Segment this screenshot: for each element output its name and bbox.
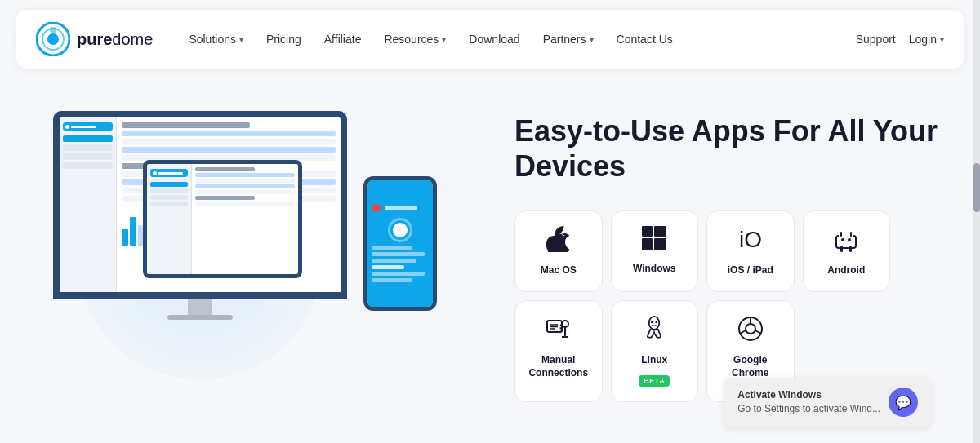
tablet-device [143,160,302,278]
phone-device [363,176,437,311]
svg-point-29 [651,321,653,324]
nav-item-contact[interactable]: Contact Us [607,26,683,52]
app-card-linux[interactable]: Linux BETA [611,300,699,402]
chevron-down-icon: ▾ [590,35,594,44]
svg-rect-6 [654,226,666,237]
navbar: puredome Solutions ▾ Pricing Affiliate R… [16,10,964,69]
svg-point-19 [848,238,851,241]
device-container [37,111,461,405]
phone-screen-inner [368,180,433,307]
phone-connect-circle [388,218,412,242]
svg-line-35 [740,330,746,334]
apps-grid: Mac OS Windows iOS [514,210,890,402]
tablet-screen [143,160,302,278]
scrollbar[interactable] [973,0,980,437]
nav-item-solutions[interactable]: Solutions ▾ [179,26,253,52]
app-name-android: Android [827,264,865,277]
app-card-macos[interactable]: Mac OS [514,210,603,293]
nav-item-partners[interactable]: Partners ▾ [533,26,604,52]
svg-point-30 [656,321,658,324]
windows-icon [642,226,666,255]
hero-title: Easy-to-Use Apps For All Your Devices [514,113,947,184]
svg-point-32 [746,324,755,334]
phone-screen [363,176,437,311]
app-name-linux: Linux [641,354,667,367]
right-panel: Easy-to-Use Apps For All Your Devices Ma… [498,113,947,402]
svg-point-18 [841,238,844,241]
chevron-down-icon: ▾ [239,35,243,44]
nav-item-pricing[interactable]: Pricing [256,26,311,52]
app-name-manual: Manual Connections [525,354,592,379]
ios-icon: iOS [739,226,762,256]
android-icon [835,226,858,256]
svg-point-2 [47,33,59,45]
login-button[interactable]: Login ▾ [909,33,944,46]
monitor-neck [188,299,212,315]
nav-links: Solutions ▾ Pricing Affiliate Resources … [179,26,855,52]
activate-windows-toast: Activate Windows Go to Settings to activ… [724,378,931,427]
chrome-icon [737,316,764,346]
app-card-android[interactable]: Android [803,210,891,293]
svg-rect-16 [840,246,843,252]
chat-bubble-icon[interactable]: 💬 [889,388,918,417]
svg-point-3 [50,27,56,33]
chevron-down-icon: ▾ [940,35,944,44]
svg-point-28 [649,317,659,330]
svg-rect-8 [654,238,666,250]
tablet-screen-inner [147,164,298,274]
svg-rect-7 [642,238,653,250]
app-card-windows[interactable]: Windows [611,210,699,293]
nav-item-download[interactable]: Download [459,26,529,52]
svg-rect-15 [855,237,858,244]
app-name-chrome: Google Chrome [717,354,784,379]
logo[interactable]: puredome [36,22,153,56]
app-name-ios: iOS / iPad [728,264,773,277]
logo-icon [36,22,70,56]
app-name-macos: Mac OS [541,264,577,277]
app-name-windows: Windows [633,263,676,276]
device-showcase [33,103,466,413]
support-link[interactable]: Support [856,33,896,46]
app-card-ios[interactable]: iOS iOS / iPad [706,210,795,293]
svg-line-34 [755,330,761,334]
svg-rect-14 [835,237,837,244]
svg-text:iOS: iOS [739,227,762,252]
monitor-stand [167,315,233,320]
nav-right: Support Login ▾ [856,33,944,46]
chevron-down-icon: ▾ [442,35,446,44]
activate-text: Activate Windows Go to Settings to activ… [737,388,880,416]
svg-point-4 [552,233,565,250]
logo-text: puredome [77,30,153,49]
svg-rect-17 [849,246,852,252]
app-card-manual[interactable]: Manual Connections [514,300,603,402]
apple-icon [546,226,571,256]
svg-rect-5 [642,226,653,237]
beta-badge: BETA [639,375,670,387]
linux-icon [643,316,666,346]
nav-item-affiliate[interactable]: Affiliate [314,26,372,52]
nav-item-resources[interactable]: Resources ▾ [374,26,456,52]
manual-connections-icon [546,316,572,346]
scrollbar-thumb[interactable] [973,163,980,212]
